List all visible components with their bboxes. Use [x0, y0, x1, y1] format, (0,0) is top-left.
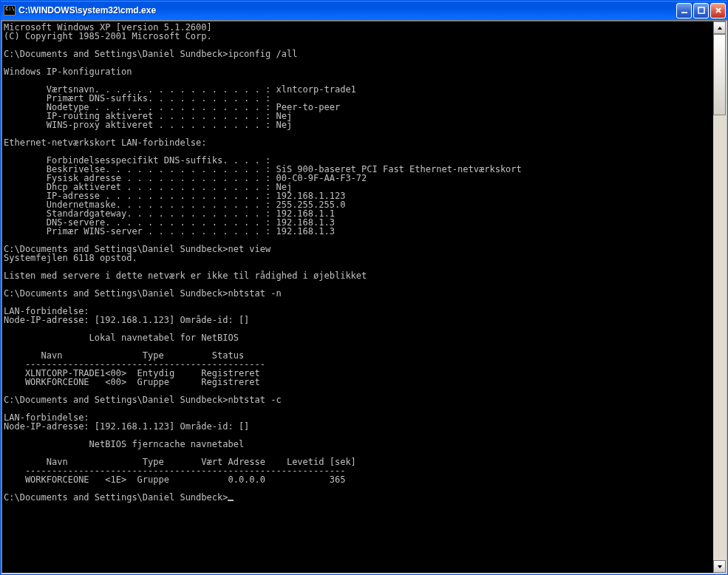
cmd-icon: [4, 5, 16, 16]
maximize-icon: [698, 7, 705, 14]
client-area: Microsoft Windows XP [version 5.1.2600] …: [1, 20, 727, 574]
minimize-icon: [681, 7, 688, 14]
scrollbar-thumb[interactable]: [713, 34, 726, 115]
svg-rect-1: [698, 7, 704, 13]
command: nbtstat -n: [228, 288, 281, 299]
section-header: Ethernet-netværkskort LAN-forbindelse:: [4, 137, 207, 148]
text-line: Node-IP-adresse: [192.168.1.123] Område-…: [4, 315, 249, 325]
command: net view: [228, 244, 271, 254]
scrollbar-track[interactable]: [713, 34, 726, 560]
text-line: NetBIOS fjerncache navnetabel: [4, 439, 244, 449]
text-line: WINS-proxy aktiveret . . . . . . . . . .…: [4, 120, 292, 130]
prompt: C:\Documents and Settings\Daniel Sundbec…: [4, 492, 228, 503]
close-icon: [715, 7, 722, 14]
scroll-up-button[interactable]: [713, 21, 726, 34]
minimize-button[interactable]: [676, 3, 692, 18]
close-button[interactable]: [710, 3, 726, 18]
cursor: [228, 500, 234, 501]
table-row: WORKFORCEONE <1E> Gruppe 0.0.0.0 365: [4, 474, 345, 485]
table-row: WORKFORCEONE <00> Gruppe Registreret: [4, 377, 260, 387]
prompt: C:\Documents and Settings\Daniel Sundbec…: [4, 288, 228, 299]
prompt: C:\Documents and Settings\Daniel Sundbec…: [4, 395, 228, 405]
terminal-output[interactable]: Microsoft Windows XP [version 5.1.2600] …: [2, 21, 713, 573]
svg-rect-0: [681, 12, 687, 13]
text-line: Lokal navnetabel for NetBIOS: [4, 333, 239, 343]
window-buttons: [676, 3, 726, 18]
maximize-button[interactable]: [693, 3, 709, 18]
text-line: Primær WINS-server . . . . . . . . . . .…: [4, 226, 335, 237]
section-header: Windows IP-konfiguration: [4, 67, 132, 77]
prompt: C:\Documents and Settings\Daniel Sundbec…: [4, 49, 228, 59]
text-line: (C) Copyright 1985-2001 Microsoft Corp.: [4, 31, 212, 41]
vertical-scrollbar[interactable]: [713, 21, 726, 573]
command: nbtstat -c: [228, 395, 281, 405]
text-line: Listen med servere i dette netværk er ik…: [4, 271, 367, 281]
chevron-down-icon: [717, 564, 723, 570]
chevron-up-icon: [717, 25, 723, 31]
text-line: Node-IP-adresse: [192.168.1.123] Område-…: [4, 421, 249, 432]
text-line: Systemfejlen 6118 opstod.: [4, 253, 137, 263]
scroll-down-button[interactable]: [713, 560, 726, 573]
titlebar[interactable]: C:\WINDOWS\system32\cmd.exe: [1, 1, 727, 20]
command: ipconfig /all: [228, 49, 297, 59]
window-title: C:\WINDOWS\system32\cmd.exe: [18, 5, 676, 16]
cmd-window: C:\WINDOWS\system32\cmd.exe Microsoft Wi…: [0, 0, 728, 575]
